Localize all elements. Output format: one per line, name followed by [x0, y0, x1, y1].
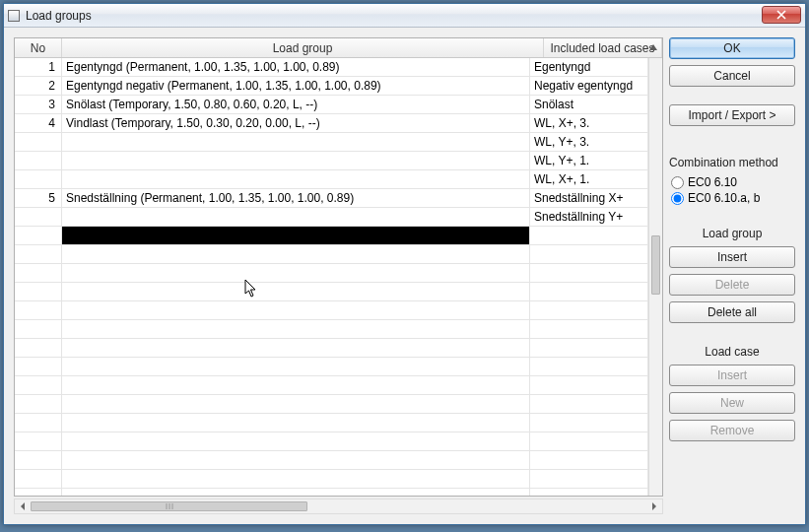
table-row-empty[interactable]: [15, 283, 648, 301]
radio-ec0-610ab-input[interactable]: [671, 192, 684, 205]
table-row[interactable]: 1 Egentyngd (Permanent, 1.00, 1.35, 1.00…: [15, 58, 648, 77]
load-case-remove-button[interactable]: Remove: [669, 420, 795, 441]
load-group-delete-all-button[interactable]: Delete all: [669, 301, 795, 323]
table-row-empty[interactable]: [15, 376, 648, 395]
cell-case: Snölast: [530, 96, 648, 114]
cell-group: [62, 208, 530, 227]
load-group-section-label: Load group: [669, 227, 795, 240]
cell-case: WL, X+, 3.: [530, 114, 648, 133]
load-groups-grid[interactable]: No Load group Included load cases 1 Egen…: [14, 37, 663, 497]
load-case-new-button[interactable]: New: [669, 392, 795, 414]
load-group-insert-button[interactable]: Insert: [669, 246, 795, 268]
titlebar[interactable]: Load groups: [4, 4, 805, 28]
table-row[interactable]: WL, Y+, 1.: [15, 152, 648, 170]
cell-no: 5: [15, 189, 62, 208]
close-button[interactable]: [762, 6, 801, 24]
cell-case: WL, X+, 1.: [530, 170, 648, 189]
close-icon: [776, 10, 786, 20]
cell-group: Egentyngd (Permanent, 1.00, 1.35, 1.00, …: [62, 58, 530, 77]
cell-case: Snedställning Y+: [530, 208, 648, 227]
table-row[interactable]: Snedställning Y+: [15, 208, 648, 227]
cell-case: Negativ egentyngd: [530, 77, 648, 96]
table-row-empty[interactable]: [15, 339, 648, 358]
window-title: Load groups: [26, 9, 92, 23]
column-header-cases-label: Included load cases: [550, 41, 654, 55]
column-header-cases[interactable]: Included load cases: [544, 38, 662, 57]
cell-case: [530, 227, 648, 245]
cell-no: 1: [15, 58, 62, 77]
cell-group: Snölast (Temporary, 1.50, 0.80, 0.60, 0.…: [62, 96, 530, 114]
cell-group: Snedställning (Permanent, 1.00, 1.35, 1.…: [62, 189, 530, 208]
table-row-empty[interactable]: [15, 264, 648, 283]
cell-no: [15, 170, 62, 189]
import-export-button[interactable]: Import / Export >: [669, 104, 795, 126]
column-header-no[interactable]: No: [15, 38, 62, 57]
table-row-empty[interactable]: [15, 451, 648, 470]
radio-ec0-610-label: EC0 6.10: [688, 175, 737, 189]
table-row[interactable]: 3 Snölast (Temporary, 1.50, 0.80, 0.60, …: [15, 96, 648, 114]
load-case-insert-button[interactable]: Insert: [669, 365, 795, 386]
cell-group: Vindlast (Temporary, 1.50, 0.30, 0.20, 0…: [62, 114, 530, 133]
cell-case: Snedställning X+: [530, 189, 648, 208]
cell-no: [15, 208, 62, 227]
group-name-input[interactable]: [62, 227, 529, 244]
table-row-empty[interactable]: [15, 245, 648, 264]
chevron-right-icon: [651, 502, 657, 510]
cell-case: WL, Y+, 1.: [530, 152, 648, 170]
scroll-left-button[interactable]: [15, 499, 31, 513]
table-row-empty[interactable]: [15, 432, 648, 451]
cell-group: Egentyngd negativ (Permanent, 1.00, 1.35…: [62, 77, 530, 96]
cell-case: Egentyngd: [530, 58, 648, 77]
cell-group-editing[interactable]: [62, 227, 530, 245]
load-group-delete-button[interactable]: Delete: [669, 274, 795, 296]
table-row-empty[interactable]: [15, 489, 648, 496]
table-row[interactable]: 4 Vindlast (Temporary, 1.50, 0.30, 0.20,…: [15, 114, 648, 133]
scroll-right-button[interactable]: [646, 499, 662, 513]
table-row-empty[interactable]: [15, 358, 648, 376]
radio-ec0-610ab[interactable]: EC0 6.10.a, b: [671, 191, 795, 205]
cell-no: [15, 133, 62, 152]
table-row-empty[interactable]: [15, 395, 648, 414]
cell-group: [62, 133, 530, 152]
cell-no: [15, 152, 62, 170]
column-header-group[interactable]: Load group: [62, 38, 544, 57]
load-case-section-label: Load case: [669, 345, 795, 359]
horizontal-scrollbar[interactable]: [14, 499, 663, 514]
table-row-editing[interactable]: [15, 227, 648, 245]
table-row[interactable]: 2 Egentyngd negativ (Permanent, 1.00, 1.…: [15, 77, 648, 96]
radio-ec0-610[interactable]: EC0 6.10: [671, 175, 795, 189]
grid-header: No Load group Included load cases: [15, 38, 662, 58]
horizontal-scroll-thumb[interactable]: [31, 501, 307, 511]
side-panel: OK Cancel Import / Export > Combination …: [669, 37, 795, 514]
cell-group: [62, 152, 530, 170]
vertical-scrollbar[interactable]: [648, 58, 662, 496]
scroll-grip-icon: [166, 503, 172, 509]
cancel-button[interactable]: Cancel: [669, 65, 795, 87]
radio-ec0-610-input[interactable]: [671, 176, 684, 189]
table-row-empty[interactable]: [15, 301, 648, 320]
table-row[interactable]: WL, X+, 1.: [15, 170, 648, 189]
client-area: No Load group Included load cases 1 Egen…: [4, 28, 805, 524]
cell-case: WL, Y+, 3.: [530, 133, 648, 152]
combination-method-group: EC0 6.10 EC0 6.10.a, b: [669, 175, 795, 205]
sort-ascending-icon: [649, 44, 657, 50]
dialog-window: Load groups No Load group Included load …: [3, 3, 806, 525]
grid-body: 1 Egentyngd (Permanent, 1.00, 1.35, 1.00…: [15, 58, 648, 496]
horizontal-scroll-track[interactable]: [31, 499, 646, 513]
ok-button[interactable]: OK: [669, 37, 795, 59]
combination-method-label: Combination method: [669, 156, 795, 169]
cell-no: [15, 227, 62, 245]
cell-no: 3: [15, 96, 62, 114]
radio-ec0-610ab-label: EC0 6.10.a, b: [688, 191, 760, 205]
table-row[interactable]: 5 Snedställning (Permanent, 1.00, 1.35, …: [15, 189, 648, 208]
app-icon: [8, 10, 20, 22]
cell-no: 2: [15, 77, 62, 96]
grid-wrap: No Load group Included load cases 1 Egen…: [14, 37, 663, 514]
cell-no: 4: [15, 114, 62, 133]
table-row-empty[interactable]: [15, 470, 648, 489]
table-row-empty[interactable]: [15, 414, 648, 432]
chevron-left-icon: [20, 502, 26, 510]
vertical-scroll-thumb[interactable]: [651, 235, 660, 295]
table-row[interactable]: WL, Y+, 3.: [15, 133, 648, 152]
table-row-empty[interactable]: [15, 320, 648, 339]
